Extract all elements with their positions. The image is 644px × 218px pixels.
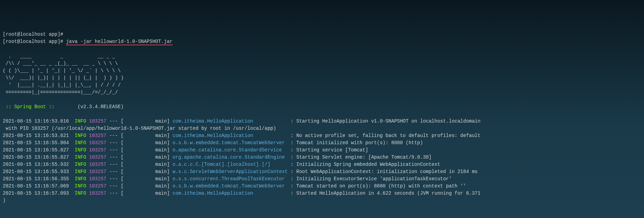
- log-level: INFO: [75, 118, 86, 124]
- prompt-line-2: [root@localhost app]# java -jar hellowor…: [3, 39, 173, 45]
- log-line: 2021-08-15 13:16:57.093: [3, 191, 75, 196]
- log-separator: --- [ main]: [106, 176, 172, 182]
- log-message: : Starting HelloApplication v1.0-SNAPSHO…: [288, 118, 481, 124]
- log-line: 2021-08-15 13:16:57.069: [3, 183, 75, 189]
- log-level: INFO: [75, 169, 86, 174]
- log-message: : Starting service [Tomcat]: [288, 147, 368, 153]
- log-separator: --- [ main]: [106, 140, 172, 146]
- prompt-prefix: [root@localhost app]#: [3, 39, 66, 44]
- java-command: java -jar helloworld-1.0-SNAPSHOT.jar: [66, 39, 173, 45]
- log-separator: --- [ main]: [106, 147, 172, 153]
- log-pid: 103257: [89, 118, 106, 124]
- log-line: 2021-08-15 13:16:53.616: [3, 118, 75, 124]
- log-separator: --- [ main]: [106, 169, 172, 174]
- log-class: o.a.c.c.C.[Tomcat].[localhost].[/]: [173, 162, 288, 167]
- log-message: : Initializing Spring embedded WebApplic…: [288, 162, 440, 167]
- prompt-line-1: [root@localhost app]#: [3, 32, 66, 37]
- log-line: 2021-08-15 13:16:55.932: [3, 162, 75, 167]
- log-line: 2021-08-15 13:16:55.827: [3, 147, 75, 153]
- log-pid: 103257: [89, 147, 106, 153]
- spring-boot-version: (v2.3.4.RELEASE): [54, 104, 124, 110]
- log-continuation: with PID 103257 (/usr/local/app/hellowor…: [3, 126, 276, 131]
- log-line: 2021-08-15 13:16:53.621: [3, 133, 75, 138]
- log-class: o.s.s.concurrent.ThreadPoolTaskExecutor: [173, 176, 288, 182]
- log-message: : Starting Servlet engine: [Apache Tomca…: [288, 154, 432, 160]
- log-line: 2021-08-15 13:16:55.827: [3, 154, 75, 160]
- log-line: 2021-08-15 13:16:55.804: [3, 140, 75, 146]
- log-separator: --- [ main]: [106, 118, 172, 124]
- log-class: com.itheima.HelloApplication: [173, 118, 288, 124]
- log-message: : Tomcat initialized with port(s): 8080 …: [288, 140, 423, 146]
- log-pid: 103257: [89, 162, 106, 167]
- log-separator: --- [ main]: [106, 133, 172, 138]
- log-class: org.apache.catalina.core.StandardEngine: [173, 154, 288, 160]
- log-pid: 103257: [89, 140, 106, 146]
- log-message: : Started HelloApplication in 4.622 seco…: [288, 191, 481, 196]
- log-level: INFO: [75, 147, 86, 153]
- log-pid: 103257: [89, 133, 106, 138]
- log-level: INFO: [75, 183, 86, 189]
- log-level: INFO: [75, 162, 86, 167]
- log-separator: --- [ main]: [106, 191, 172, 196]
- log-level: INFO: [75, 154, 86, 160]
- log-class: o.s.b.w.embedded.tomcat.TomcatWebServer: [173, 183, 288, 189]
- log-separator: --- [ main]: [106, 183, 172, 189]
- log-line: 2021-08-15 13:16:55.933: [3, 169, 75, 174]
- log-pid: 103257: [89, 176, 106, 182]
- log-level: INFO: [75, 133, 86, 138]
- log-level: INFO: [75, 176, 86, 182]
- log-message: : Initializing ExecutorService 'applicat…: [288, 176, 452, 182]
- log-pid: 103257: [89, 154, 106, 160]
- log-message: : No active profile set, falling back to…: [288, 133, 481, 138]
- log-message: : Tomcat started on port(s): 8080 (http)…: [288, 183, 466, 189]
- log-separator: --- [ main]: [106, 154, 172, 160]
- log-class: o.s.b.w.embedded.tomcat.TomcatWebServer: [173, 140, 288, 146]
- log-class: w.s.c.ServletWebServerApplicationContext: [173, 169, 288, 174]
- log-level: INFO: [75, 140, 86, 146]
- log-class: o.apache.catalina.core.StandardService: [173, 147, 288, 153]
- log-pid: 103257: [89, 169, 106, 174]
- log-pid: 103257: [89, 191, 106, 196]
- log-class: com.itheima.HelloApplication: [173, 133, 288, 138]
- log-pid: 103257: [89, 183, 106, 189]
- terminal-output: [root@localhost app]# [root@localhost ap…: [3, 31, 641, 204]
- spring-boot-label: :: Spring Boot ::: [3, 104, 54, 110]
- log-separator: --- [ main]: [106, 162, 172, 167]
- spring-boot-banner: . ____ _ __ _ _ /\\ / ___'_ __ _ _(_)_ _…: [3, 53, 641, 96]
- log-class: com.itheima.HelloApplication: [173, 191, 288, 196]
- log-continuation: ): [3, 198, 5, 203]
- log-level: INFO: [75, 191, 86, 196]
- log-message: : Root WebApplicationContext: initializa…: [288, 169, 478, 174]
- log-line: 2021-08-15 13:16:56.355: [3, 176, 75, 182]
- log-output: 2021-08-15 13:16:53.616 INFO 103257 --- …: [3, 118, 641, 204]
